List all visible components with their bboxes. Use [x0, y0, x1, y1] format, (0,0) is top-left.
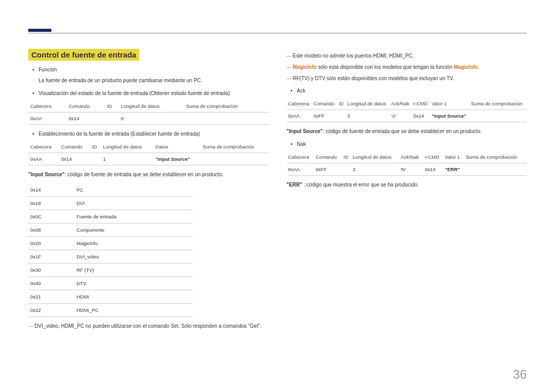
bullet-dot-icon: • — [32, 130, 34, 138]
td: 0x14 — [412, 110, 430, 122]
th: Ack/Nak — [399, 151, 423, 163]
th: Ack/Nak — [390, 98, 412, 110]
desc-rest: : código que muestra el error que se ha … — [302, 182, 419, 188]
th: Longitud de datos — [346, 98, 390, 110]
td: 0x14 — [67, 113, 105, 125]
th: Cabecera — [28, 100, 67, 113]
table-row: 0x40DTV — [28, 277, 193, 290]
bullet-visualizacion: • Visualización del estado de la fuente … — [39, 89, 269, 97]
th: Comando — [312, 98, 337, 110]
th: Suma de comprobación — [464, 151, 527, 163]
section-title: Control de fuente de entrada — [28, 49, 139, 61]
header-rule — [28, 33, 527, 34]
nak-table: Cabecera Comando ID Longitud de datos Ac… — [287, 151, 527, 176]
set-state-table: Cabecera Comando ID Longitud de datos Da… — [28, 141, 269, 165]
td: 0 — [119, 113, 184, 125]
content-wrapper: Control de fuente de entrada • Función L… — [28, 49, 527, 333]
td — [470, 110, 527, 122]
th: Datos — [154, 141, 201, 153]
source-code: 0x0C — [28, 210, 75, 223]
th: Cabecera — [28, 141, 59, 153]
source-codes-table: 0x14PC0x18DVI0x0CFuente de entrada0x08Co… — [28, 183, 193, 317]
table-row: 0xAA 0xFF 3 'N' 0x14 "ERR" — [287, 163, 527, 176]
td: 'A' — [390, 110, 412, 122]
table-row: 0x0CFuente de entrada — [28, 210, 193, 223]
left-column: Control de fuente de entrada • Función L… — [28, 49, 269, 333]
source-code: 0x30 — [28, 264, 75, 277]
td: 3 — [346, 110, 390, 122]
table-row: 0xAA 0x14 1 "Input Source" — [28, 153, 269, 165]
table-row: 0x20MagicInfo — [28, 237, 193, 250]
td: 0x14 — [59, 153, 90, 165]
source-code: 0x1F — [28, 250, 75, 264]
td: 0x14 — [423, 163, 443, 176]
source-name: HDMI_PC — [75, 304, 193, 317]
desc-bold: "Input Source" — [28, 172, 65, 177]
bullet-dot-icon: • — [32, 89, 34, 97]
source-code: 0x08 — [28, 223, 75, 237]
table-header-row: Cabecera Comando ID Longitud de datos Su… — [28, 100, 269, 113]
source-name: DVI_video — [75, 250, 193, 264]
td — [464, 163, 527, 176]
table-row: 0xAA 0xFF 3 'A' 0x14 "Input Source" — [287, 110, 527, 122]
table-row: 0x21HDMI — [28, 290, 193, 304]
desc-bold: "Input Source" — [287, 128, 323, 134]
table-row: 0x14PC — [28, 183, 193, 197]
bullet-dot-icon: • — [32, 66, 34, 73]
td — [342, 163, 351, 176]
td: 'N' — [399, 163, 423, 176]
table-row: 0xAA 0x14 0 — [28, 113, 269, 125]
desc-rest: : código de fuente de entrada que se deb… — [323, 128, 482, 134]
err-desc: "ERR" : código que muestra el error que … — [287, 181, 527, 189]
ack-table: Cabecera Comando ID Longitud de datos Ac… — [287, 98, 527, 122]
th: Suma de comprobación — [200, 141, 268, 153]
note-dvi-hdmi: DVI_video, HDMI_PC no pueden utilizarse … — [28, 322, 269, 330]
td: 0xAA — [28, 113, 67, 125]
source-name: MagicInfo — [75, 237, 193, 250]
magicinfo-label: MagicInfo — [293, 64, 317, 70]
source-name: PC — [75, 183, 193, 197]
td: "Input Source" — [154, 153, 201, 165]
td — [184, 113, 269, 125]
source-name: Componente — [75, 223, 193, 237]
source-name: DTV — [75, 277, 193, 290]
get-state-table: Cabecera Comando ID Longitud de datos Su… — [28, 100, 269, 125]
td: 0xAA — [287, 110, 312, 122]
th: ID — [337, 98, 345, 110]
td — [105, 113, 119, 125]
source-code: 0x21 — [28, 290, 75, 304]
td — [90, 153, 101, 165]
note-text: sólo está disponible con los modelos que… — [317, 64, 454, 70]
th: Suma de comprobación — [184, 100, 269, 113]
td: 0xFF — [312, 110, 337, 122]
source-code: 0x20 — [28, 237, 75, 250]
th: ID — [105, 100, 119, 113]
right-column: Este modelo no admite los puertos HDMI, … — [287, 49, 527, 333]
page-number: 36 — [513, 367, 527, 382]
td: 0xAA — [28, 153, 59, 165]
source-name: HDMI — [75, 290, 193, 304]
td — [200, 153, 268, 165]
bullet-text: Ack — [297, 88, 306, 94]
bullet-text: Establecimiento de la fuente de entrada … — [39, 131, 200, 137]
table-row: 0x18DVI — [28, 197, 193, 210]
th: Comando — [59, 141, 90, 153]
bullet-funcion: • Función — [39, 66, 269, 73]
table-row: 0x22HDMI_PC — [28, 304, 193, 317]
bullet-text: Visualización del estado de la fuente de… — [39, 90, 230, 96]
td: "ERR" — [443, 163, 465, 176]
td: 0xFF — [314, 163, 342, 176]
bullet-dot-icon: • — [291, 140, 293, 148]
bullet-nak: • Nak — [297, 140, 527, 148]
source-name: RF (TV) — [75, 264, 193, 277]
note-rftv: RF(TV) y DTV sólo están disponibles con … — [287, 74, 527, 83]
table-row: 0x08Componente — [28, 223, 193, 237]
note-text: . — [478, 64, 479, 70]
header-accent — [28, 29, 51, 32]
th: ID — [90, 141, 101, 153]
source-code: 0x14 — [28, 183, 75, 197]
source-name: DVI — [75, 197, 193, 210]
note-magicinfo: MagicInfo sólo está disponible con los m… — [287, 63, 527, 71]
bullet-ack: • Ack — [297, 87, 527, 95]
table-row: 0x30RF (TV) — [28, 264, 193, 277]
